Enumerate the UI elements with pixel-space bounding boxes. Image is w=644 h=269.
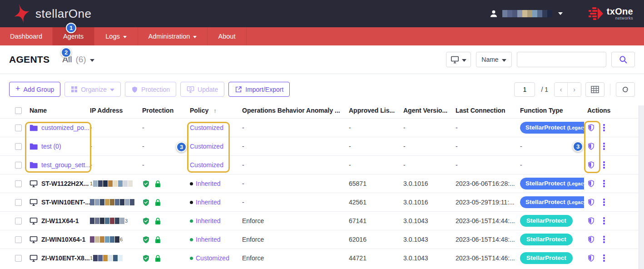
cell-function-type: StellarProtect - xyxy=(520,215,587,227)
policy-link[interactable]: Customized xyxy=(190,161,223,169)
col-header-name[interactable]: Name xyxy=(28,107,90,114)
policy-link[interactable]: Inherited xyxy=(196,217,220,224)
table-row: test (0) - - Customized - - - - xyxy=(0,137,644,155)
row-menu-kebab-icon[interactable] xyxy=(602,235,606,244)
col-header-oba[interactable]: Operations Behavior Anomaly ... xyxy=(242,107,349,114)
page-number-input[interactable] xyxy=(514,82,535,97)
user-menu[interactable] xyxy=(489,9,563,18)
monitor-sync-icon xyxy=(187,86,194,93)
shield-icon xyxy=(131,86,138,93)
row-checkbox[interactable] xyxy=(15,236,22,243)
column-settings-button[interactable] xyxy=(585,82,604,97)
search-field-label: Name xyxy=(481,56,498,63)
row-menu-kebab-icon[interactable] xyxy=(602,179,606,188)
row-menu-kebab-icon[interactable] xyxy=(602,216,606,225)
nav-tab-about[interactable]: About xyxy=(208,27,247,45)
ip-redacted-pixels: 1 xyxy=(90,255,123,261)
agent-group-name-link[interactable]: ZI-W11X64-1 xyxy=(41,217,79,224)
protection-action-shield-icon[interactable] xyxy=(587,217,595,225)
cell-function-type: StellarProtect(Legacy M - xyxy=(520,178,587,189)
agent-group-name-link[interactable]: ST-WIN10ENT-... xyxy=(41,199,90,206)
cell-ip-address: 3 xyxy=(90,218,142,224)
next-page-button[interactable]: › xyxy=(568,83,581,96)
agent-group-name-link[interactable]: customized_po... xyxy=(41,124,89,131)
row-menu-kebab-icon[interactable] xyxy=(602,254,606,263)
refresh-button[interactable] xyxy=(616,82,635,97)
agent-group-name-link[interactable]: ZI-W10ENT-X8... xyxy=(41,254,90,262)
row-checkbox[interactable] xyxy=(15,255,22,262)
policy-link[interactable]: Inherited xyxy=(196,180,220,187)
cell-last-connection: 2023-06-06T16:28:... xyxy=(456,180,520,187)
policy-status-dot xyxy=(190,219,193,223)
table-row: ZI-WIN10X64-1 6 - Inherited Enforce 6201… xyxy=(0,230,644,249)
agent-group-name-link[interactable]: test (0) xyxy=(41,143,61,150)
agent-group-name-link[interactable]: test_group_sett... xyxy=(41,161,90,169)
row-checkbox[interactable] xyxy=(15,143,22,150)
add-group-button[interactable]: + Add Group xyxy=(9,82,60,97)
protection-action-shield-icon[interactable] xyxy=(587,254,595,262)
search-field-selector[interactable]: Name xyxy=(476,52,512,67)
device-type-filter-button[interactable] xyxy=(446,52,471,67)
row-checkbox[interactable] xyxy=(15,199,22,206)
nav-tab-logs[interactable]: Logs xyxy=(94,27,138,45)
protection-action-shield-icon[interactable] xyxy=(587,235,595,244)
import-export-button[interactable]: Import/Export xyxy=(228,82,290,97)
row-checkbox[interactable] xyxy=(15,180,22,187)
nav-tab-administration[interactable]: Administration xyxy=(138,27,208,45)
col-header-agent-version[interactable]: Agent Versio... xyxy=(403,107,456,114)
protection-action-shield-icon[interactable] xyxy=(587,124,595,132)
select-all-checkbox[interactable] xyxy=(15,107,22,114)
agent-group-name-link[interactable]: ZI-WIN10X64-1 xyxy=(41,236,85,243)
protection-action-shield-icon[interactable] xyxy=(587,142,595,150)
cell-actions xyxy=(587,123,639,132)
policy-link[interactable]: Customized xyxy=(190,143,223,150)
txone-name: txOne xyxy=(607,7,633,16)
function-type-badge: StellarProtect xyxy=(520,252,573,264)
ip-redacted-pixels: 3 xyxy=(90,218,128,224)
row-menu-kebab-icon[interactable] xyxy=(602,160,606,169)
folder-icon xyxy=(30,162,38,169)
cell-last-connection: - xyxy=(456,124,520,131)
search-input[interactable] xyxy=(517,52,606,67)
cell-agent-version: 3.0.1016 xyxy=(403,199,456,206)
cell-ip-address: 1 xyxy=(90,180,142,187)
row-menu-kebab-icon[interactable] xyxy=(602,198,606,207)
protection-button[interactable]: Protection xyxy=(125,82,176,97)
row-checkbox[interactable] xyxy=(15,218,22,224)
agent-group-name-link[interactable]: ST-W1122H2X... xyxy=(41,180,89,187)
organize-button[interactable]: Organize xyxy=(64,82,121,97)
row-checkbox[interactable] xyxy=(15,162,22,169)
row-checkbox[interactable] xyxy=(15,125,22,131)
col-header-approved-list[interactable]: Approved Lis... xyxy=(349,107,403,114)
folder-icon xyxy=(30,143,38,150)
nav-tab-dashboard[interactable]: Dashboard xyxy=(0,27,53,45)
cell-function-type: StellarProtect - xyxy=(520,252,587,264)
protection-action-shield-icon[interactable] xyxy=(587,161,595,169)
shield-check-icon xyxy=(142,254,150,262)
txone-logo-icon xyxy=(588,7,604,20)
policy-link[interactable]: Inherited xyxy=(196,236,220,243)
prev-page-button[interactable]: ‹ xyxy=(555,83,568,96)
cell-protection: - xyxy=(142,180,190,188)
annotation-step-1-badge: 1 xyxy=(66,23,76,33)
policy-link[interactable]: Customized xyxy=(196,254,229,262)
col-header-function-type[interactable]: Function Type xyxy=(520,107,587,114)
table-body: customized_po... - - Customized - - - - … xyxy=(0,118,644,267)
row-menu-kebab-icon[interactable] xyxy=(602,123,606,132)
col-header-policy[interactable]: Policy↑ xyxy=(190,107,242,114)
search-button[interactable] xyxy=(611,52,635,67)
cell-agent-version: 3.0.1016 xyxy=(403,180,456,187)
protection-action-shield-icon[interactable] xyxy=(587,198,595,206)
page-total: / 1 xyxy=(541,86,548,93)
row-menu-kebab-icon[interactable] xyxy=(602,142,606,151)
col-header-ip[interactable]: IP Address xyxy=(90,107,142,114)
cell-protection: - xyxy=(142,161,190,169)
col-header-protection[interactable]: Protection xyxy=(142,107,190,114)
protection-action-shield-icon[interactable] xyxy=(587,179,595,188)
cell-actions xyxy=(587,254,639,263)
vertical-scrollbar[interactable] xyxy=(639,105,644,269)
policy-link[interactable]: Customized xyxy=(190,124,223,131)
policy-link[interactable]: Inherited xyxy=(196,199,220,206)
update-button[interactable]: Update xyxy=(180,82,224,97)
col-header-last-connection[interactable]: Last Connection xyxy=(456,107,520,114)
